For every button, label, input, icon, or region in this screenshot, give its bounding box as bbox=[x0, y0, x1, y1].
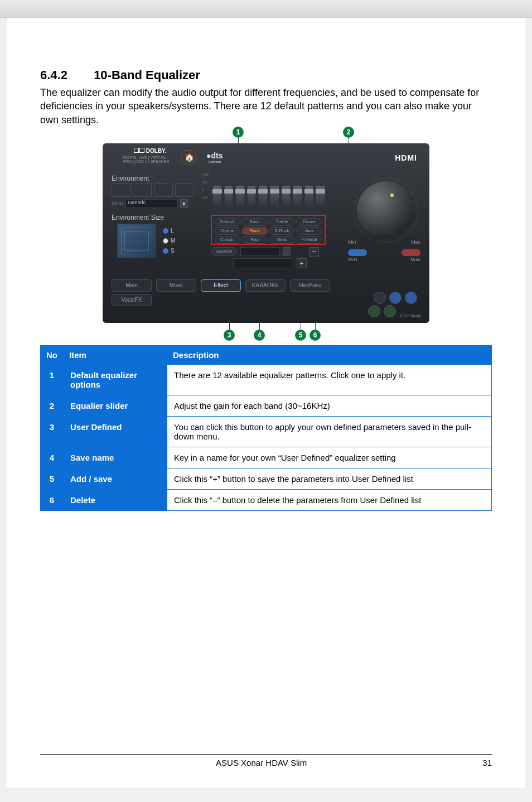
preset-button[interactable]: Classic bbox=[214, 236, 240, 244]
size-l-label: L bbox=[171, 228, 174, 234]
home-icon[interactable]: 🏠 bbox=[181, 150, 197, 165]
dolby-text: DOLBY. bbox=[146, 148, 167, 154]
tab-flexbass[interactable]: FlexBass bbox=[290, 279, 330, 292]
page-content: 6.4.2 10-Band Equalizer The equalizer ca… bbox=[7, 18, 525, 787]
env-preset-button[interactable] bbox=[112, 183, 130, 197]
userdef-button[interactable]: UserDef bbox=[211, 247, 237, 256]
cell-no: 5 bbox=[41, 468, 64, 489]
tab-karaoke[interactable]: KARAOKE bbox=[245, 279, 286, 292]
preset-button[interactable]: Bass bbox=[241, 218, 268, 226]
tab-effect[interactable]: Effect bbox=[201, 279, 241, 292]
screenshot-wrapper: 1 2 3 4 5 6 DOLBY. DIGITAL LIVE | VIRTUA… bbox=[103, 143, 429, 323]
size-radio-m[interactable]: M bbox=[163, 236, 175, 246]
dts-logo: ●dtsConnect bbox=[206, 151, 223, 163]
th-no: No bbox=[41, 345, 64, 364]
table-row: 5 Add / save Click this “+” button to sa… bbox=[41, 468, 492, 489]
callout-2: 2 bbox=[343, 127, 354, 138]
preset-button[interactable]: H-Metal bbox=[296, 236, 322, 244]
eq-band-slider[interactable] bbox=[270, 186, 279, 208]
more-label: More bbox=[112, 201, 123, 206]
add-save-button[interactable]: + bbox=[297, 258, 307, 268]
dolby-subtabs: DIGITAL LIVE | VIRTUAL PRO LOGIC IIx SPE… bbox=[123, 156, 169, 163]
window-chrome bbox=[0, 0, 532, 18]
table-row: 1 Default equalizer options There are 12… bbox=[41, 364, 492, 395]
tab-mixer[interactable]: Mixer bbox=[156, 279, 196, 292]
svn-label: SVN bbox=[348, 257, 357, 262]
dolby-logo: DOLBY. bbox=[134, 148, 166, 154]
eq-band-slider[interactable] bbox=[305, 186, 313, 208]
chevron-down-icon[interactable] bbox=[283, 247, 291, 256]
env-preset-button[interactable] bbox=[133, 183, 152, 197]
bottom-tabs: Main Mixer Effect KARAOKE FlexBass bbox=[112, 279, 330, 292]
eq-band-slider[interactable] bbox=[213, 186, 221, 208]
dsp-mode-label: DSP Mode bbox=[400, 313, 422, 318]
eq-tick: +20 bbox=[202, 172, 209, 180]
volume-knob[interactable] bbox=[357, 181, 415, 239]
mode-icon[interactable] bbox=[374, 292, 386, 304]
preset-button[interactable]: S-Rock bbox=[269, 227, 295, 235]
section-title: 10-Band Equalizer bbox=[94, 68, 200, 82]
size-radio-l[interactable]: L bbox=[163, 226, 175, 236]
app-screenshot: DOLBY. DIGITAL LIVE | VIRTUAL PRO LOGIC … bbox=[103, 143, 429, 323]
preset-button[interactable]: Rock bbox=[241, 227, 268, 235]
environment-dropdown: More Generic ▾ bbox=[112, 199, 188, 208]
tab-main[interactable]: Main bbox=[112, 279, 152, 292]
callout-1: 1 bbox=[233, 127, 244, 138]
mute-label: Mute bbox=[410, 257, 420, 262]
eq-band-slider[interactable] bbox=[248, 186, 256, 208]
eq-tick: -20 bbox=[202, 196, 209, 204]
userdef-row: UserDef bbox=[211, 247, 291, 256]
mode-icon[interactable] bbox=[384, 305, 396, 317]
mode-icons bbox=[374, 292, 417, 304]
section-heading: 6.4.2 10-Band Equalizer bbox=[40, 68, 492, 83]
dts-text: dts bbox=[211, 151, 223, 160]
th-desc: Description bbox=[167, 345, 492, 364]
env-preset-button[interactable] bbox=[175, 183, 194, 197]
env-preset-button[interactable] bbox=[154, 183, 173, 197]
mode-icon[interactable] bbox=[368, 305, 380, 317]
cell-item: Equalier slider bbox=[64, 395, 167, 416]
preset-button[interactable]: Jazz bbox=[296, 227, 322, 235]
cell-no: 2 bbox=[41, 395, 64, 416]
eq-band-slider[interactable] bbox=[282, 186, 291, 208]
userdef-select[interactable] bbox=[240, 247, 279, 256]
mode-icon[interactable] bbox=[405, 292, 417, 304]
eq-scale: +20 DB 0 -20 bbox=[202, 172, 209, 204]
eq-band-slider[interactable] bbox=[236, 186, 244, 208]
minmax-labels: Min Max bbox=[348, 239, 420, 245]
callout-6: 6 bbox=[309, 330, 321, 341]
delete-button[interactable]: − bbox=[309, 247, 319, 257]
preset-button[interactable]: Dance bbox=[296, 218, 322, 226]
environment-presets bbox=[112, 183, 194, 197]
preset-button[interactable]: Treble bbox=[269, 218, 295, 226]
table-row: 4 Save name Key in a name for your own “… bbox=[41, 447, 492, 468]
eq-band-slider[interactable] bbox=[259, 186, 267, 208]
eq-tick: DB bbox=[202, 180, 209, 188]
table-row: 2 Equalier slider Adjust the gain for ea… bbox=[41, 395, 492, 416]
min-label: Min bbox=[348, 239, 356, 245]
dolby-sub: PRO LOGIC IIx SPEAKER bbox=[123, 160, 169, 163]
size-m-label: M bbox=[171, 238, 175, 244]
eq-band-slider[interactable] bbox=[316, 186, 325, 208]
preset-button[interactable]: Rap bbox=[241, 236, 268, 244]
tab-vocalfx[interactable]: VocalFX bbox=[112, 294, 152, 306]
svn-toggle[interactable] bbox=[348, 249, 367, 256]
mode-icon[interactable] bbox=[389, 292, 402, 304]
table-row: 3 User Defined You can click this button… bbox=[41, 416, 492, 447]
save-name-input[interactable] bbox=[233, 258, 293, 268]
cell-item: Delete bbox=[64, 489, 167, 510]
environment-select[interactable]: Generic bbox=[125, 199, 178, 208]
preset-button[interactable]: Opera bbox=[214, 227, 240, 235]
mute-toggle[interactable] bbox=[402, 249, 420, 256]
eq-band-slider[interactable] bbox=[225, 186, 233, 208]
max-label: Max bbox=[411, 239, 420, 245]
description-table: No Item Description 1 Default equalizer … bbox=[40, 345, 492, 511]
chevron-down-icon[interactable]: ▾ bbox=[180, 199, 188, 208]
preset-button[interactable]: Default bbox=[214, 218, 240, 226]
table-row: 6 Delete Click this “–” button to delete… bbox=[41, 489, 492, 510]
size-radio-s[interactable]: S bbox=[163, 246, 175, 256]
preset-button[interactable]: Metal bbox=[269, 236, 295, 244]
callout-5: 5 bbox=[295, 330, 306, 341]
cell-desc: Click this “+” button to save the parame… bbox=[167, 468, 492, 489]
eq-band-slider[interactable] bbox=[293, 186, 302, 208]
